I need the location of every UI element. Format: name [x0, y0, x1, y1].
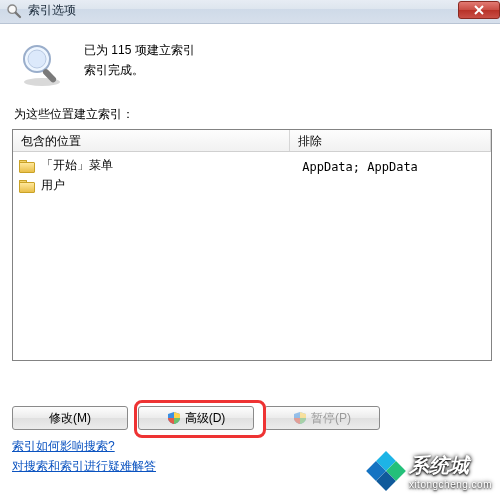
- watermark-brand: 系统城: [409, 454, 469, 476]
- advanced-button[interactable]: 高级(D): [138, 406, 254, 430]
- magnifier-large-icon: [18, 40, 66, 88]
- excluded-value: AppData; AppData: [296, 156, 485, 178]
- link-index-effect[interactable]: 索引如何影响搜索?: [12, 436, 156, 456]
- column-header-included[interactable]: 包含的位置: [13, 130, 290, 151]
- pause-button: 暂停(P): [264, 406, 380, 430]
- column-header-excluded[interactable]: 排除: [290, 130, 491, 151]
- folder-icon: [19, 178, 35, 192]
- magnifier-icon: [6, 3, 22, 19]
- watermark: 系统城 xitongcheng.com: [369, 452, 492, 490]
- shield-icon: [293, 411, 307, 425]
- indexing-options-window: 索引选项 已为 115 项建立索引 索引完成。: [0, 0, 500, 504]
- index-count-line: 已为 115 项建立索引: [84, 40, 195, 60]
- svg-point-6: [28, 50, 46, 68]
- close-button[interactable]: [458, 1, 500, 19]
- watermark-logo-icon: [369, 454, 403, 488]
- window-title: 索引选项: [28, 2, 76, 19]
- link-troubleshoot[interactable]: 对搜索和索引进行疑难解答: [12, 456, 156, 476]
- button-label: 高级(D): [185, 410, 226, 427]
- modify-button[interactable]: 修改(M): [12, 406, 128, 430]
- button-label: 暂停(P): [311, 410, 351, 427]
- list-item-label: 用户: [41, 177, 65, 194]
- index-status: 已为 115 项建立索引 索引完成。: [84, 40, 195, 80]
- locations-list: 包含的位置 排除 「开始」菜单 用户: [12, 129, 492, 361]
- window-body: 已为 115 项建立索引 索引完成。 为这些位置建立索引： 包含的位置 排除 「…: [0, 24, 500, 504]
- list-item[interactable]: 用户: [19, 176, 283, 194]
- index-complete-line: 索引完成。: [84, 60, 195, 80]
- locations-label: 为这些位置建立索引：: [14, 106, 492, 123]
- watermark-url: xitongcheng.com: [409, 479, 492, 490]
- svg-line-1: [16, 12, 20, 16]
- list-item-label: 「开始」菜单: [41, 157, 113, 174]
- folder-icon: [19, 158, 35, 172]
- button-label: 修改(M): [49, 410, 91, 427]
- list-item[interactable]: 「开始」菜单: [19, 156, 283, 174]
- shield-icon: [167, 411, 181, 425]
- titlebar: 索引选项: [0, 0, 500, 24]
